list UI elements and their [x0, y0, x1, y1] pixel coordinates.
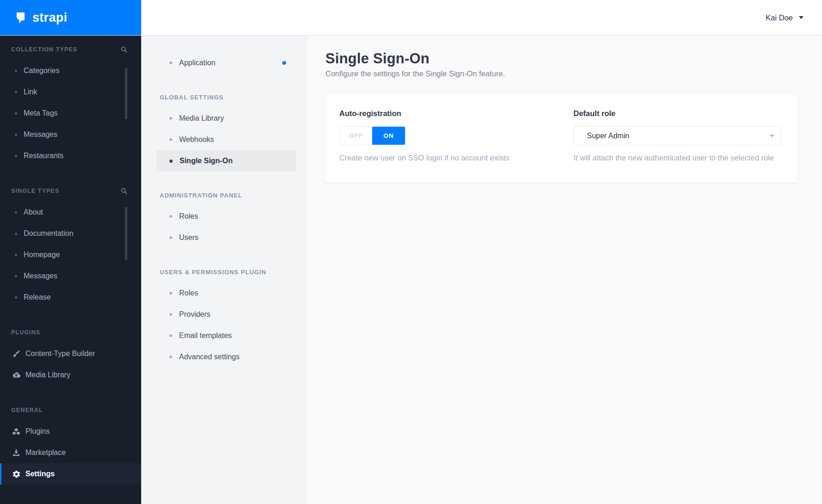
sidebar-item-link[interactable]: Link [0, 81, 141, 103]
page-subtitle: Configure the settings for the Single Si… [325, 69, 822, 78]
notification-dot [282, 61, 286, 65]
sidebar-item-settings[interactable]: Settings [0, 463, 141, 485]
sidebar-item-marketplace[interactable]: Marketplace [0, 442, 141, 463]
settings-item-users[interactable]: Users [156, 227, 296, 248]
settings-section-global-settings: GLOBAL SETTINGSMedia LibraryWebhooksSing… [141, 90, 306, 172]
sidebar-item-label: Messages [24, 272, 57, 280]
sidebar-item-homepage[interactable]: Homepage [0, 244, 141, 265]
sidebar-section-plugins: PLUGINSContent-Type BuilderMedia Library [0, 326, 141, 386]
sidebar-item-messages[interactable]: Messages [0, 124, 141, 145]
strapi-logo[interactable]: strapi [0, 0, 141, 35]
cloud-upload-icon [12, 372, 21, 378]
sidebar-section-single-types: SINGLE TYPESAboutDocumentationHomepageMe… [0, 184, 141, 308]
bullet-dot [169, 334, 172, 337]
settings-item-label: Media Library [179, 114, 224, 123]
sidebar-item-plugins[interactable]: Plugins [0, 421, 141, 442]
bullet-dot [15, 296, 17, 299]
sso-settings-card: Auto-registration OFF ON Create new user… [325, 95, 797, 183]
sidebar-item-label: Content-Type Builder [25, 350, 95, 358]
bullet-dot [169, 138, 172, 141]
sidebar-item-label: Meta Tags [24, 109, 58, 117]
scrollbar-thumb[interactable] [125, 68, 127, 119]
user-menu[interactable]: Kai Doe [766, 13, 803, 22]
bullet-dot [15, 91, 17, 93]
section-header-label: USERS & PERMISSIONS PLUGIN [160, 269, 266, 276]
sidebar-item-about[interactable]: About [0, 202, 141, 223]
section-header: USERS & PERMISSIONS PLUGIN [160, 265, 296, 279]
section-header: SINGLE TYPES [0, 184, 141, 198]
download-icon [12, 449, 21, 456]
bullet-dot [169, 61, 172, 64]
section-header: GLOBAL SETTINGS [160, 90, 296, 104]
sidebar-item-label: Media Library [25, 371, 70, 379]
bullet-dot [15, 211, 17, 214]
sidebar-item-categories[interactable]: Categories [0, 60, 141, 81]
settings-item-label: Roles [179, 289, 198, 297]
paintbrush-icon [12, 350, 21, 358]
sidebar-item-label: Documentation [24, 229, 74, 238]
settings-item-label: Providers [179, 310, 211, 319]
section-header-label: COLLECTION TYPES [11, 46, 77, 53]
sidebar-item-label: Messages [24, 130, 57, 139]
page-title: Single Sign-On [325, 49, 822, 68]
section-header: ADMINISTRATION PANEL [160, 188, 296, 202]
topbar: strapi Kai Doe [0, 0, 822, 36]
default-role-field: Default role Super Admin It will attach … [573, 109, 782, 162]
sidebar-item-label: Marketplace [25, 449, 66, 457]
settings-item-advanced-settings[interactable]: Advanced settings [156, 346, 296, 368]
sidebar-item-restaurants[interactable]: Restaurants [0, 145, 141, 166]
settings-item-roles[interactable]: Roles [156, 206, 296, 227]
strapi-logo-icon [12, 11, 26, 25]
bullet-dot [15, 155, 17, 157]
bullet-dot [15, 134, 17, 136]
brand-name: strapi [32, 11, 67, 25]
user-name: Kai Doe [766, 13, 793, 22]
section-header-label: GENERAL [11, 407, 43, 413]
search-icon[interactable] [121, 188, 127, 194]
sidebar-item-label: Release [24, 293, 51, 301]
bullet-dot [169, 292, 172, 295]
bullet-dot [15, 275, 17, 277]
sidebar-item-messages[interactable]: Messages [0, 265, 141, 287]
sidebar-item-label: Homepage [24, 251, 60, 259]
search-icon[interactable] [121, 46, 127, 53]
chevron-down-icon [770, 135, 774, 137]
sidebar-item-media-library[interactable]: Media Library [0, 364, 141, 386]
auto-registration-toggle: OFF ON [339, 126, 405, 145]
toggle-on-button[interactable]: ON [372, 127, 405, 145]
bullet-dot [169, 160, 173, 163]
bullet-dot [15, 70, 17, 72]
cubes-icon [12, 428, 21, 435]
bullet-dot [169, 313, 172, 316]
settings-item-media-library[interactable]: Media Library [156, 108, 296, 129]
sidebar-item-label: Restaurants [24, 152, 63, 160]
sidebar-item-content-type-builder[interactable]: Content-Type Builder [0, 343, 141, 364]
settings-item-webhooks[interactable]: Webhooks [156, 129, 296, 150]
main-sidebar: COLLECTION TYPESCategoriesLinkMeta TagsM… [0, 35, 141, 504]
settings-item-application[interactable]: Application [156, 52, 296, 74]
settings-sidebar: ApplicationGLOBAL SETTINGSMedia LibraryW… [141, 36, 307, 504]
settings-item-label: Webhooks [179, 135, 214, 144]
settings-item-email-templates[interactable]: Email templates [156, 325, 296, 346]
section-header-label: ADMINISTRATION PANEL [160, 192, 242, 199]
section-header-label: GLOBAL SETTINGS [160, 94, 224, 101]
gear-icon [12, 470, 21, 478]
settings-item-label: Single Sign-On [180, 157, 233, 165]
toggle-off-button[interactable]: OFF [340, 127, 372, 145]
sidebar-item-release[interactable]: Release [0, 287, 141, 308]
sidebar-item-label: Plugins [25, 427, 50, 436]
settings-item-label: Roles [179, 212, 198, 221]
settings-item-single-sign-on[interactable]: Single Sign-On [156, 150, 296, 172]
settings-item-roles[interactable]: Roles [156, 283, 296, 304]
settings-item-label: Users [179, 234, 199, 242]
sidebar-section-collection-types: COLLECTION TYPESCategoriesLinkMeta TagsM… [0, 43, 141, 166]
sidebar-item-meta-tags[interactable]: Meta Tags [0, 103, 141, 124]
scrollbar-thumb[interactable] [125, 207, 127, 260]
settings-section-administration-panel: ADMINISTRATION PANELRolesUsers [141, 188, 306, 248]
sidebar-section-general: GENERALPluginsMarketplaceSettings [0, 403, 141, 485]
sidebar-item-label: About [24, 208, 43, 216]
bullet-dot [169, 215, 172, 218]
default-role-select[interactable]: Super Admin [573, 126, 782, 145]
sidebar-item-documentation[interactable]: Documentation [0, 223, 141, 244]
settings-item-providers[interactable]: Providers [156, 304, 296, 325]
